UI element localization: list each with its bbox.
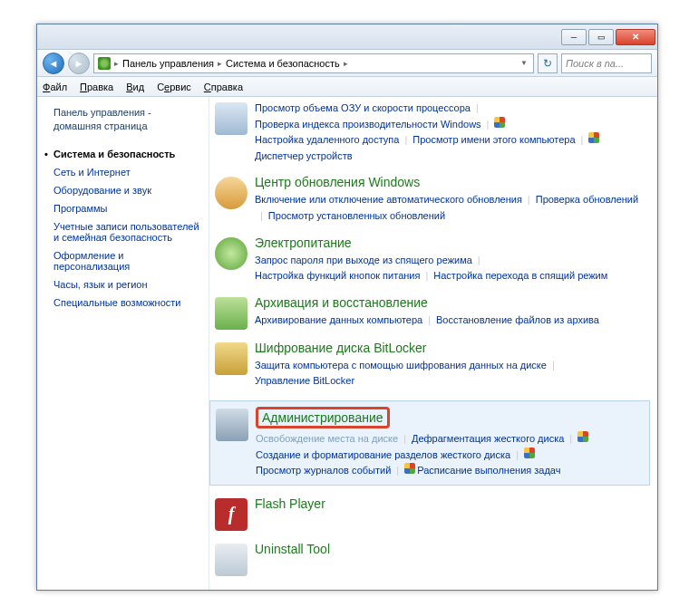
shield-icon <box>588 132 599 143</box>
menu-tools[interactable]: Сервис <box>157 82 191 92</box>
section-backup: Архивация и восстановление Архивирование… <box>215 295 648 330</box>
control-panel-icon <box>98 57 111 70</box>
sidebar-item-system-security[interactable]: Система и безопасность <box>53 145 201 163</box>
heading-admin[interactable]: Администрирование <box>262 410 383 425</box>
heading-power[interactable]: Электропитание <box>255 236 648 250</box>
sidebar: Панель управления - домашняя страница Си… <box>37 97 209 590</box>
breadcrumb-root[interactable]: Панель управления <box>122 58 214 69</box>
section-power: Электропитание Запрос пароля при выходе … <box>215 236 648 284</box>
uninstall-tool-icon <box>215 544 247 576</box>
control-panel-window: ─ ▭ ✕ ◄ ► ▸ Панель управления ▸ Система … <box>36 24 658 591</box>
menu-bar: Файл Правка Вид Сервис Справка <box>37 77 657 97</box>
shield-icon <box>524 448 535 458</box>
heading-update[interactable]: Центр обновления Windows <box>255 175 648 189</box>
chevron-right-icon: ▸ <box>114 59 119 68</box>
admin-tools-icon <box>216 409 248 441</box>
link-device-manager[interactable]: Диспетчер устройств <box>255 149 353 165</box>
forward-button[interactable]: ► <box>68 53 90 74</box>
refresh-button[interactable]: ↻ <box>538 53 558 73</box>
system-icon <box>215 102 247 135</box>
menu-help[interactable]: Справка <box>204 82 243 92</box>
close-button[interactable]: ✕ <box>616 29 655 45</box>
link-backup-data[interactable]: Архивирование данных компьютера <box>255 313 422 329</box>
sidebar-item-clock[interactable]: Часы, язык и регион <box>53 275 201 294</box>
windows-update-icon <box>215 177 247 209</box>
highlight-admin: Администрирование <box>256 407 390 428</box>
sidebar-item-hardware[interactable]: Оборудование и звук <box>53 181 201 199</box>
link-remote[interactable]: Настройка удаленного доступа <box>255 132 399 149</box>
chevron-right-icon: ▸ <box>344 59 348 68</box>
link-task-scheduler[interactable]: Расписание выполнения задач <box>417 463 560 479</box>
menu-file[interactable]: Файл <box>43 82 67 92</box>
section-system: Просмотр объема ОЗУ и скорости процессор… <box>215 101 648 164</box>
search-placeholder: Поиск в па... <box>566 58 624 69</box>
sidebar-item-programs[interactable]: Программы <box>53 199 201 217</box>
maximize-button[interactable]: ▭ <box>588 29 614 45</box>
menu-view[interactable]: Вид <box>126 82 144 92</box>
link-event-logs[interactable]: Просмотр журналов событий <box>256 463 391 479</box>
backup-icon <box>215 297 247 330</box>
flash-player-icon: f <box>215 498 247 531</box>
link-auto-update[interactable]: Включение или отключение автоматического… <box>255 192 522 208</box>
breadcrumb-current[interactable]: Система и безопасность <box>226 58 340 69</box>
back-button[interactable]: ◄ <box>43 53 64 74</box>
minimize-button[interactable]: ─ <box>561 29 587 45</box>
link-power-buttons[interactable]: Настройка функций кнопок питания <box>255 268 420 284</box>
address-dropdown-icon[interactable]: ▼ <box>519 59 529 67</box>
heading-flash[interactable]: Flash Player <box>255 496 648 511</box>
address-bar[interactable]: ▸ Панель управления ▸ Система и безопасн… <box>93 53 534 73</box>
shield-icon <box>577 431 588 442</box>
section-flash: f Flash Player <box>215 496 648 531</box>
heading-uninstall[interactable]: Uninstall Tool <box>255 542 648 556</box>
section-admin: Администрирование Освобождение места на … <box>209 400 650 486</box>
sidebar-item-accessibility[interactable]: Специальные возможности <box>53 294 201 312</box>
bitlocker-icon <box>215 342 247 375</box>
link-perf-index[interactable]: Проверка индекса производительности Wind… <box>255 117 481 133</box>
link-manage-bitlocker[interactable]: Управление BitLocker <box>255 373 354 390</box>
link-partitions[interactable]: Создание и форматирование разделов жестк… <box>256 448 510 464</box>
shield-icon <box>404 463 415 474</box>
heading-bitlocker[interactable]: Шифрование диска BitLocker <box>255 341 648 355</box>
link-pwd-sleep[interactable]: Запрос пароля при выходе из спящего режи… <box>255 253 472 269</box>
sidebar-item-network[interactable]: Сеть и Интернет <box>53 163 201 181</box>
sidebar-item-appearance[interactable]: Оформление и персонализация <box>53 246 201 275</box>
link-ram-cpu[interactable]: Просмотр объема ОЗУ и скорости процессор… <box>255 101 471 117</box>
chevron-right-icon: ▸ <box>218 59 222 68</box>
window-body: Панель управления - домашняя страница Си… <box>37 97 657 590</box>
search-input[interactable]: Поиск в па... <box>561 53 652 73</box>
link-sleep-settings[interactable]: Настройка перехода в спящий режим <box>433 268 607 284</box>
navigation-bar: ◄ ► ▸ Панель управления ▸ Система и безо… <box>37 50 657 77</box>
heading-backup[interactable]: Архивация и восстановление <box>255 295 648 310</box>
menu-edit[interactable]: Правка <box>80 82 113 92</box>
link-restore-files[interactable]: Восстановление файлов из архива <box>436 313 599 329</box>
sidebar-home-link[interactable]: Панель управления - домашняя страница <box>53 106 201 134</box>
power-icon <box>215 237 247 270</box>
shield-icon <box>494 117 505 128</box>
section-update: Центр обновления Windows Включение или о… <box>215 175 648 224</box>
link-check-updates[interactable]: Проверка обновлений <box>536 192 638 208</box>
content-pane: Просмотр объема ОЗУ и скорости процессор… <box>209 97 657 590</box>
section-uninstall: Uninstall Tool <box>215 542 648 576</box>
link-defrag[interactable]: Дефрагментация жесткого диска <box>412 431 564 448</box>
link-pc-name[interactable]: Просмотр имени этого компьютера <box>412 132 575 149</box>
sidebar-item-users[interactable]: Учетные записи пользователей и семейная … <box>53 217 201 246</box>
section-bitlocker: Шифрование диска BitLocker Защита компью… <box>215 341 648 390</box>
titlebar: ─ ▭ ✕ <box>37 24 657 50</box>
link-free-space[interactable]: Освобождение места на диске <box>256 431 398 448</box>
link-protect-crypt[interactable]: Защита компьютера с помощью шифрования д… <box>255 358 547 374</box>
link-installed-updates[interactable]: Просмотр установленных обновлений <box>268 208 445 225</box>
